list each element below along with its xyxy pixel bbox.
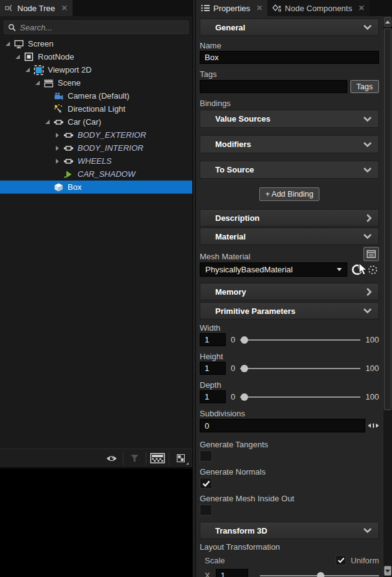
depth-field[interactable] <box>200 390 226 403</box>
subdivisions-field[interactable] <box>200 419 365 432</box>
tab-node-tree-label: Node Tree <box>17 4 55 13</box>
slider-handle[interactable] <box>241 393 248 401</box>
chevron-down-icon <box>363 233 372 239</box>
generate-tangents-checkbox[interactable] <box>200 450 212 462</box>
tree-row-wheels[interactable]: WHEELS <box>0 154 192 168</box>
empty-node-icon <box>63 143 74 153</box>
generate-mesh-inside-out-label: Generate Mesh Inside Out <box>200 494 379 503</box>
open-material-editor-button[interactable] <box>363 247 379 261</box>
tags-button[interactable]: Tags <box>350 80 379 93</box>
tab-node-tree-close-icon[interactable]: ✕ <box>61 4 68 12</box>
height-slider[interactable] <box>240 363 360 374</box>
properties-tabbar: Properties ✕ Node Components ✕ <box>196 0 392 16</box>
subsection-value-sources[interactable]: Value Sources <box>200 110 379 128</box>
chevron-down-icon <box>363 527 372 534</box>
search-box[interactable] <box>4 20 189 34</box>
width-slider[interactable] <box>240 334 360 346</box>
subsection-to-source-title: To Source <box>215 165 254 174</box>
tab-node-components-close-icon[interactable]: ✕ <box>359 4 365 12</box>
tree-row-scene[interactable]: Scene <box>0 76 192 89</box>
expand-arrow-icon[interactable] <box>53 157 61 166</box>
filmstrip-icon <box>150 453 165 463</box>
dropdown-caret-icon <box>337 268 342 271</box>
empty-node-icon <box>63 130 74 140</box>
name-field[interactable] <box>200 51 379 64</box>
section-material[interactable]: Material <box>200 228 379 245</box>
slider-handle[interactable] <box>241 365 248 372</box>
width-field[interactable] <box>200 333 226 346</box>
tags-field[interactable] <box>200 80 347 93</box>
search-input[interactable] <box>20 23 184 32</box>
screen-icon <box>14 39 24 49</box>
tree-row-body-interior[interactable]: BODY_INTERIOR <box>0 141 192 154</box>
viewport-2d-icon <box>33 65 44 75</box>
tree-row-directional-light[interactable]: Directional Light <box>0 102 192 115</box>
mouse-cursor-icon <box>359 263 371 277</box>
chevron-down-icon <box>363 308 372 314</box>
scale-x-slider[interactable] <box>260 570 379 577</box>
scrollbar-thumb[interactable] <box>384 29 391 410</box>
toolbar-separator <box>123 452 123 465</box>
uniform-checkbox[interactable] <box>336 555 346 565</box>
section-memory-title: Memory <box>215 287 246 297</box>
section-general[interactable]: General <box>200 19 379 36</box>
height-field[interactable] <box>200 362 226 375</box>
tree-row-camera[interactable]: Camera (Default) <box>0 89 192 102</box>
properties-content: General Name Tags Tags Bindings Value So… <box>196 16 383 577</box>
expand-arrow-icon[interactable] <box>13 53 22 61</box>
tab-node-tree[interactable]: Node Tree ✕ <box>0 0 73 16</box>
tab-properties-close-icon[interactable]: ✕ <box>256 4 262 12</box>
expand-arrow-icon[interactable] <box>3 40 12 48</box>
subsection-modifiers[interactable]: Modifiers <box>200 135 379 153</box>
subsection-to-source[interactable]: To Source <box>200 161 379 179</box>
tree-row-viewport-2d[interactable]: Viewport 2D <box>0 63 192 76</box>
tree-row-screen[interactable]: Screen <box>0 37 192 50</box>
drag-horizontal-icon[interactable] <box>368 422 379 429</box>
filter-button[interactable] <box>125 451 144 466</box>
tree-row-body-exterior[interactable]: BODY_EXTERIOR <box>0 128 192 141</box>
tab-properties[interactable]: Properties ✕ <box>196 0 267 16</box>
tree-row-box[interactable]: Box <box>0 181 192 194</box>
section-description-title: Description <box>215 213 260 223</box>
tree-row-car[interactable]: Car (Car) <box>0 115 192 128</box>
transparency-mode-button[interactable] <box>171 451 190 466</box>
expand-arrow-icon[interactable] <box>53 144 61 153</box>
section-primitive-parameters[interactable]: Primitive Parameters <box>200 302 379 320</box>
tree-row-car-shadow[interactable]: CAR_SHADOW <box>0 168 192 181</box>
scene-icon <box>43 78 54 88</box>
properties-panel: Properties ✕ Node Components ✕ General N… <box>196 0 392 577</box>
eye-icon <box>106 455 117 462</box>
expand-arrow-icon[interactable] <box>23 66 32 74</box>
camera-icon <box>53 91 64 101</box>
scroll-up-button[interactable] <box>384 17 391 27</box>
checkmark-icon <box>202 480 210 487</box>
scroll-down-button[interactable] <box>384 566 391 576</box>
preview-area[interactable] <box>0 468 192 577</box>
visibility-toggle-button[interactable] <box>102 451 121 466</box>
slider-handle[interactable] <box>241 336 248 344</box>
generate-mesh-inside-out-checkbox[interactable] <box>200 504 212 516</box>
generate-tangents-label: Generate Tangents <box>200 440 379 449</box>
section-transform-3d[interactable]: Transform 3D <box>200 522 379 539</box>
expand-arrow-icon[interactable] <box>33 79 42 87</box>
tree-row-rootnode[interactable]: RootNode <box>0 50 192 63</box>
slider-handle[interactable] <box>317 572 324 577</box>
expand-arrow-icon[interactable] <box>43 118 51 127</box>
section-description[interactable]: Description <box>200 209 379 226</box>
show-filmstrip-button[interactable] <box>148 451 167 466</box>
expand-arrow-icon[interactable] <box>53 131 61 140</box>
node-tree-toolbar <box>0 449 192 468</box>
section-memory[interactable]: Memory <box>200 283 379 300</box>
subdivisions-label: Subdivisions <box>200 409 379 418</box>
node-tree-tabbar: Node Tree ✕ <box>0 0 192 16</box>
add-binding-button[interactable]: + Add Binding <box>259 187 320 201</box>
scale-x-field[interactable] <box>216 569 248 577</box>
mesh-material-dropdown[interactable]: PhysicallyBasedMaterial <box>200 262 347 277</box>
width-max-label: 100 <box>365 335 379 344</box>
depth-slider[interactable] <box>240 391 360 403</box>
properties-scrollbar[interactable] <box>383 16 392 577</box>
box-icon <box>53 182 64 192</box>
empty-node-icon <box>53 117 64 127</box>
tab-node-components[interactable]: Node Components ✕ <box>267 0 369 16</box>
generate-normals-checkbox[interactable] <box>200 478 212 489</box>
